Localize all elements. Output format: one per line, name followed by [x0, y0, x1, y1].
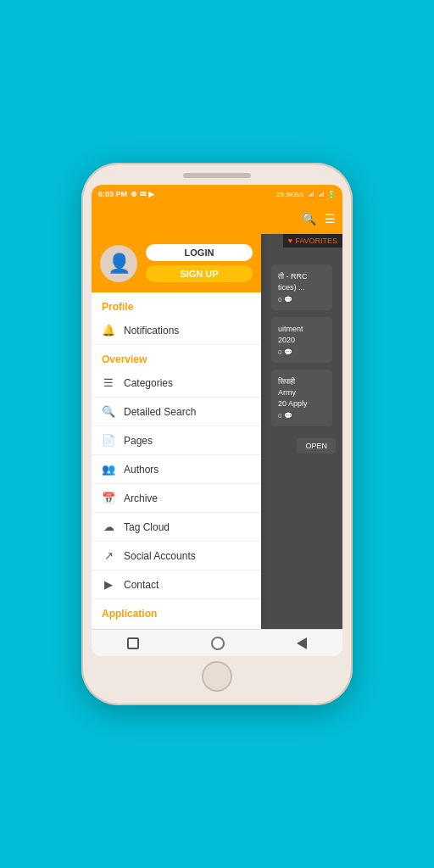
section-label-profile: Profile: [92, 292, 261, 316]
archive-icon: 📅: [102, 492, 115, 504]
menu-item-archive[interactable]: 📅 Archive: [92, 484, 261, 513]
avatar: 👤: [100, 245, 137, 282]
heart-icon: ♥: [288, 236, 292, 245]
card-2: uitment2020 0 💬: [271, 317, 332, 363]
notifications-icon: 🔔: [102, 324, 115, 337]
pages-label: Pages: [124, 435, 153, 447]
menu-item-pages[interactable]: 📄 Pages: [92, 426, 261, 455]
menu-item-detailed-search[interactable]: 🔍 Detailed Search: [92, 398, 261, 426]
card-1: ती - RRCtices) ... 0 💬: [271, 264, 332, 310]
back-button[interactable]: [297, 637, 307, 649]
tag-cloud-label: Tag Cloud: [124, 521, 170, 533]
section-label-overview: Overview: [92, 345, 261, 369]
background-content: ♥ FAVORITES ती - RRCtices) ... 0 💬 uitme…: [261, 234, 342, 629]
tag-cloud-icon: ☁: [102, 520, 115, 533]
card-3-text: सिपाहीArmy20 Apply: [278, 376, 326, 409]
favorites-button[interactable]: ♥ FAVORITES: [283, 234, 342, 248]
app-header: 🔍 ☰: [92, 203, 342, 234]
card-2-meta: 0 💬: [278, 348, 326, 356]
authors-icon: 👥: [102, 463, 115, 476]
status-bar: 6:03 PM ⊕ ✉ ▶ 29.9KB/s 📶 📶 🔋: [92, 185, 342, 203]
section-label-application: Application: [92, 599, 261, 623]
status-right: 29.9KB/s 📶 📶 🔋: [276, 191, 336, 198]
time-text: 6:03 PM: [98, 190, 127, 198]
phone-speaker: [183, 173, 251, 178]
side-drawer: 👤 LOGIN SIGN UP Profile 🔔 Notifications: [92, 234, 261, 629]
menu-item-contact[interactable]: ▶ Contact: [92, 570, 261, 599]
menu-item-social-accounts[interactable]: ↗ Social Accounts: [92, 542, 261, 570]
favorites-label: FAVORITES: [295, 236, 337, 245]
menu-item-categories[interactable]: ☰ Categories: [92, 369, 261, 398]
auth-buttons: LOGIN SIGN UP: [146, 244, 253, 282]
search-icon[interactable]: 🔍: [302, 212, 316, 225]
phone-screen: 6:03 PM ⊕ ✉ ▶ 29.9KB/s 📶 📶 🔋 🔍 ☰: [92, 185, 342, 656]
archive-label: Archive: [124, 492, 158, 504]
detailed-search-label: Detailed Search: [124, 406, 196, 418]
phone-home-button[interactable]: [202, 661, 232, 692]
card-3-meta: 0 💬: [278, 412, 326, 420]
social-accounts-icon: ↗: [102, 549, 115, 562]
phone-frame: 6:03 PM ⊕ ✉ ▶ 29.9KB/s 📶 📶 🔋 🔍 ☰: [81, 163, 353, 705]
signal-icons: 📶 📶 🔋: [307, 191, 336, 198]
drawer-header: 👤 LOGIN SIGN UP: [92, 234, 261, 292]
categories-label: Categories: [124, 377, 173, 389]
pages-icon: 📄: [102, 434, 115, 447]
detailed-search-icon: 🔍: [102, 405, 115, 418]
contact-label: Contact: [124, 579, 159, 591]
status-time: 6:03 PM ⊕ ✉ ▶: [98, 190, 154, 198]
stop-button[interactable]: [127, 637, 139, 649]
menu-item-tag-cloud[interactable]: ☁ Tag Cloud: [92, 513, 261, 542]
open-button[interactable]: OPEN: [297, 438, 336, 453]
main-content: 👤 LOGIN SIGN UP Profile 🔔 Notifications: [92, 234, 342, 629]
card-1-text: ती - RRCtices) ...: [278, 271, 326, 292]
menu-item-authors[interactable]: 👥 Authors: [92, 455, 261, 484]
authors-label: Authors: [124, 464, 159, 476]
card-2-text: uitment2020: [278, 324, 326, 345]
bottom-navigation: [92, 629, 342, 656]
user-icon: 👤: [108, 253, 131, 275]
login-button[interactable]: LOGIN: [146, 244, 253, 261]
signup-button[interactable]: SIGN UP: [146, 265, 253, 282]
status-icons: ⊕ ✉ ▶: [131, 190, 154, 198]
social-accounts-label: Social Accounts: [124, 550, 196, 562]
drawer-menu: Profile 🔔 Notifications Overview ☰ Categ…: [92, 292, 261, 629]
speed-text: 29.9KB/s: [276, 191, 303, 198]
menu-item-notifications[interactable]: 🔔 Notifications: [92, 316, 261, 345]
contact-icon: ▶: [102, 578, 115, 591]
header-icons: 🔍 ☰: [302, 212, 336, 225]
home-button[interactable]: [211, 637, 225, 650]
notifications-label: Notifications: [124, 325, 179, 337]
card-3: सिपाहीArmy20 Apply 0 💬: [271, 370, 332, 426]
menu-icon[interactable]: ☰: [325, 212, 336, 225]
categories-icon: ☰: [102, 376, 115, 389]
card-1-meta: 0 💬: [278, 296, 326, 303]
